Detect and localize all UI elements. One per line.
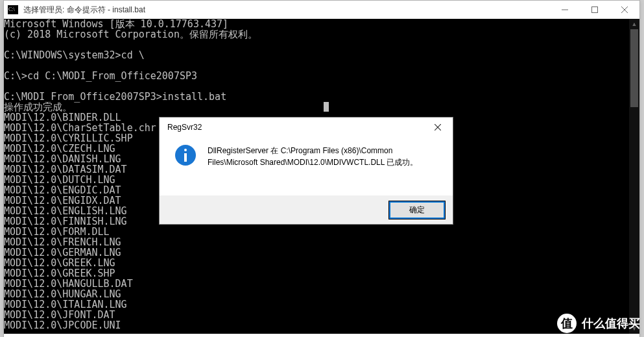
cmd-icon <box>8 5 18 14</box>
terminal-line <box>4 40 639 50</box>
terminal-line <box>4 60 639 71</box>
text-cursor <box>324 102 329 112</box>
terminal-line: MODI\12.0\JPCODE.UNI <box>4 320 639 331</box>
terminal-line: MODI\12.0\GREEK.SHP <box>4 268 639 279</box>
terminal-line: (c) 2018 Microsoft Corporation。保留所有权利。 <box>4 29 639 40</box>
vertical-scrollbar[interactable]: ▲ ▼ <box>629 19 639 334</box>
dialog-close-button[interactable] <box>428 119 447 135</box>
window-title: 选择管理员: 命令提示符 - install.bat <box>22 5 550 16</box>
terminal-line: MODI\12.0\JFONT.DAT <box>4 310 639 320</box>
terminal-line: MODI\12.0\FORM.DLL <box>4 227 639 237</box>
info-icon <box>175 145 196 166</box>
scroll-up-icon[interactable]: ▲ <box>629 19 639 29</box>
scrollbar-thumb[interactable] <box>630 29 638 107</box>
ok-button[interactable]: 确定 <box>389 201 445 219</box>
terminal-line: MODI\12.0\GREEK.LNG <box>4 258 639 268</box>
svg-rect-1 <box>592 7 598 13</box>
terminal-line: MODI\12.0\FRENCH.LNG <box>4 237 639 247</box>
maximize-button[interactable] <box>580 1 610 19</box>
terminal-line: 操作成功完成。 <box>4 102 639 112</box>
terminal-line: C:\MODI_From_Office2007SP3>install.bat <box>4 92 639 102</box>
dialog-titlebar[interactable]: RegSvr32 <box>160 118 453 137</box>
terminal-line: MODI\12.0\GERMAN.LNG <box>4 247 639 258</box>
minimize-button[interactable] <box>550 1 580 19</box>
scroll-down-icon[interactable]: ▼ <box>629 323 639 334</box>
terminal-line: C:\WINDOWS\system32>cd \ <box>4 50 639 60</box>
dialog-footer: 确定 <box>160 195 453 224</box>
window-controls <box>550 1 639 19</box>
terminal-line <box>4 81 639 92</box>
dialog-body: DllRegisterServer 在 C:\Program Files (x8… <box>160 137 453 168</box>
terminal-line: C:\>cd C:\MODI_From_Office2007SP3 <box>4 71 639 81</box>
terminal-line: Microsoft Windows [版本 10.0.17763.437] <box>4 19 639 29</box>
close-button[interactable] <box>610 1 639 19</box>
titlebar[interactable]: 选择管理员: 命令提示符 - install.bat <box>4 1 639 19</box>
regsvr32-dialog: RegSvr32 DllRegisterServer 在 C:\Program … <box>159 117 453 225</box>
dialog-message: DllRegisterServer 在 C:\Program Files (x8… <box>208 144 437 168</box>
terminal-line: MODI\12.0\HANGULLB.DAT <box>4 279 639 289</box>
dialog-title: RegSvr32 <box>167 123 428 132</box>
terminal-line: MODI\12.0\HUNGAR.LNG <box>4 289 639 299</box>
terminal-line: MODI\12.0\ITALIAN.LNG <box>4 299 639 310</box>
